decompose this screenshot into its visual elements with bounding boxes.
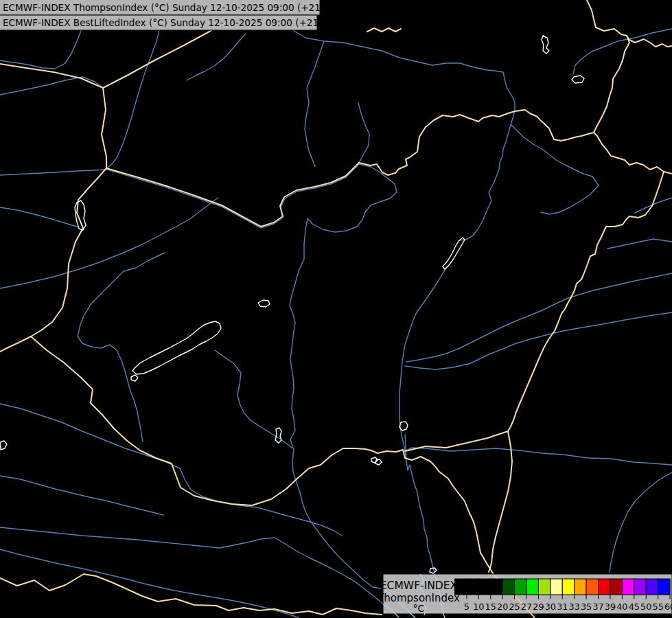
legend-tick-label: 15	[485, 602, 496, 612]
legend-cell	[634, 579, 646, 595]
legend-tick-label: 39	[605, 602, 616, 612]
legend-cell	[562, 579, 574, 595]
legend-tick-label: 37	[592, 602, 603, 612]
legend-tick-label: 29	[533, 602, 544, 612]
legend-cell	[467, 579, 478, 595]
legend-tick-label: 30	[545, 602, 556, 612]
legend-tick-label: 40	[616, 602, 627, 612]
weather-map-screenshot: ECMWF-INDEX ThompsonIndex °C 51015202527…	[0, 0, 672, 618]
legend-cell	[575, 579, 586, 595]
legend-tick-label: 55	[652, 602, 663, 612]
legend-unit-label: °C	[413, 603, 425, 614]
legend-panel: ECMWF-INDEX ThompsonIndex °C 51015202527…	[377, 568, 672, 618]
legend-tick-label: 10	[473, 602, 484, 612]
legend-tick-label: 45	[629, 602, 640, 612]
legend-tick-label: 33	[569, 602, 580, 612]
legend-cell	[538, 579, 550, 595]
title-bars: ECMWF-INDEX ThompsonIndex (°C) Sunday 12…	[0, 0, 330, 30]
legend-tick-label: 20	[497, 602, 508, 612]
legend-tick-label: 50	[640, 602, 651, 612]
legend-cell	[586, 579, 598, 595]
legend-cell	[610, 579, 622, 595]
legend-tick-label: 35	[581, 602, 592, 612]
legend-cell	[455, 579, 467, 595]
legend-cell	[599, 579, 610, 595]
legend-tick-label: 25	[509, 602, 520, 612]
legend-tick-label: 27	[521, 602, 532, 612]
legend-cell	[622, 579, 634, 595]
legend-tick-label: 5	[464, 602, 470, 612]
map-background	[0, 0, 672, 618]
legend-cell	[515, 579, 526, 595]
legend-tick-label: 31	[557, 602, 568, 612]
legend-cell	[526, 579, 538, 595]
legend-cell	[491, 579, 502, 595]
legend-cell	[658, 579, 670, 595]
legend-product-label: ECMWF-INDEX	[380, 580, 458, 592]
legend-cell	[646, 579, 658, 595]
title-bar-1-text: ECMWF-INDEX ThompsonIndex (°C) Sunday 12…	[3, 2, 330, 13]
title-bar-2-text: ECMWF-INDEX BestLiftedIndex (°C) Sunday …	[3, 17, 328, 28]
legend-cell	[478, 579, 490, 595]
legend-cell	[551, 579, 562, 595]
legend-tick-label: 60	[664, 602, 672, 612]
weather-map-canvas: ECMWF-INDEX ThompsonIndex °C 51015202527…	[0, 0, 672, 618]
legend-cell	[502, 579, 514, 595]
